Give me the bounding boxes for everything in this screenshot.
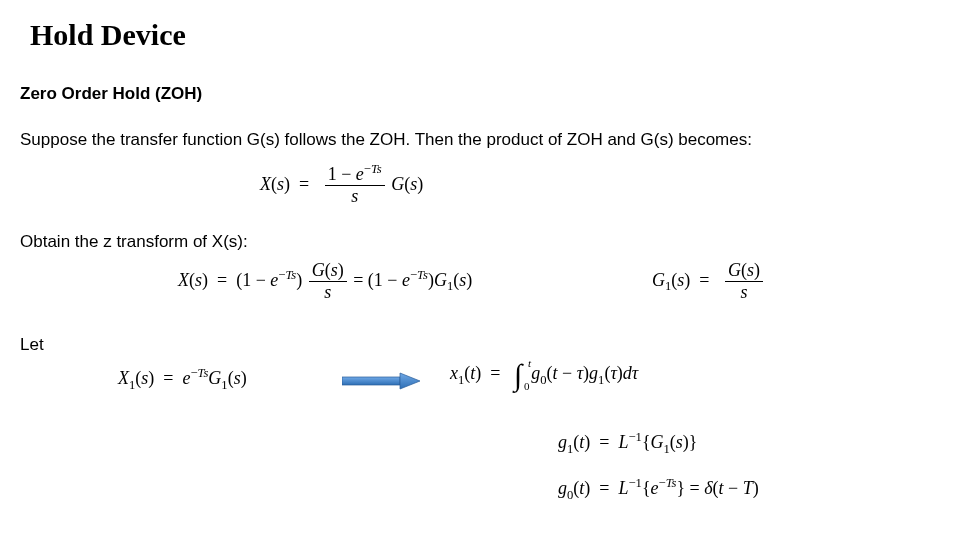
subheading: Zero Order Hold (ZOH) (20, 84, 202, 104)
svg-marker-1 (400, 373, 420, 389)
paragraph-1: Suppose the transfer function G(s) follo… (20, 130, 752, 150)
equation-x1t-convolution: x1(t) = ∫t0 g0(t − τ)g1(τ)dτ (450, 360, 638, 390)
slide: Hold Device Zero Order Hold (ZOH) Suppos… (0, 0, 960, 540)
paragraph-2: Obtain the z transform of X(s): (20, 232, 248, 252)
page-title: Hold Device (30, 18, 186, 52)
svg-rect-0 (342, 377, 400, 385)
equation-g1t: g1(t) = L−1{G1(s)} (558, 432, 697, 453)
equation-g0t: g0(t) = L−1{e−Ts} = δ(t − T) (558, 478, 759, 499)
equation-xs-zoh: X(s) = 1 − e−Ts s G(s) (260, 165, 423, 206)
equation-xs-expanded: X(s) = (1 − e−Ts) G(s) s = (1 − e−Ts)G1(… (178, 261, 472, 302)
equation-g1-def: G1(s) = G(s) s (652, 261, 765, 302)
equation-x1s: X1(s) = e−TsG1(s) (118, 368, 247, 389)
arrow-icon (342, 371, 422, 391)
let-label: Let (20, 335, 44, 355)
